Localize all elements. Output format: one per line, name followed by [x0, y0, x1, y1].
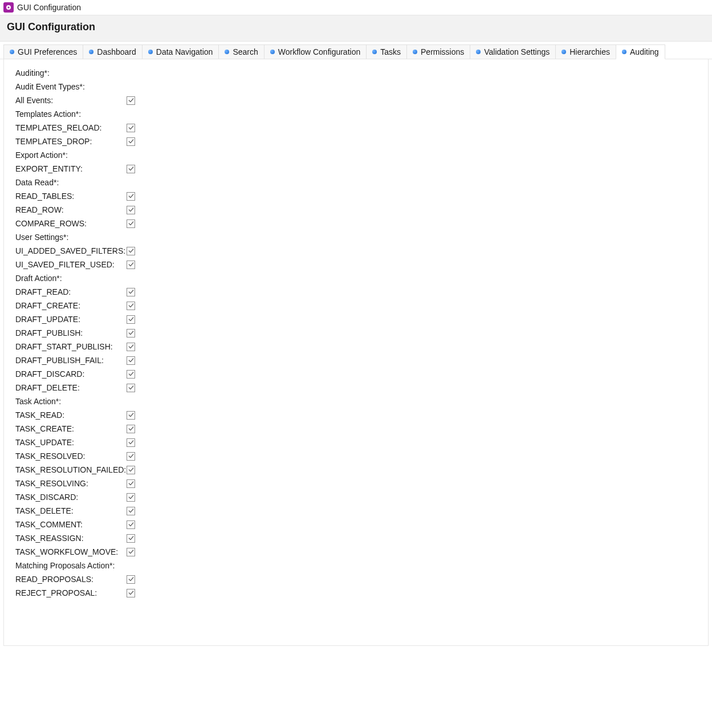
field-value	[127, 466, 135, 474]
field-label: DRAFT_UPDATE:	[15, 312, 127, 326]
form-row: DRAFT_DELETE:	[15, 381, 703, 394]
form-row: TASK_COMMENT:	[15, 518, 703, 531]
form-row: Audit Event Types*:	[15, 80, 703, 93]
checkbox-draft-publish[interactable]	[127, 329, 135, 337]
tab-label: Hierarchies	[569, 47, 610, 56]
field-value	[127, 534, 135, 543]
checkbox-draft-read[interactable]	[127, 288, 135, 296]
checkbox-read-row[interactable]	[127, 206, 135, 214]
checkbox-draft-create[interactable]	[127, 302, 135, 310]
form-row: DRAFT_DISCARD:	[15, 367, 703, 381]
checkbox-task-read[interactable]	[127, 411, 135, 420]
tab-validation-settings[interactable]: Validation Settings	[470, 44, 556, 59]
tab-label: Data Navigation	[156, 47, 213, 56]
checkbox-read-proposals[interactable]	[127, 575, 135, 584]
tab-label: Permissions	[421, 47, 464, 56]
tab-bullet-icon	[562, 50, 566, 54]
field-value	[127, 137, 135, 146]
field-label: All Events:	[15, 93, 127, 107]
field-value	[127, 206, 135, 214]
checkbox-read-tables[interactable]	[127, 192, 135, 201]
field-value	[127, 425, 135, 433]
form-row: TASK_WORKFLOW_MOVE:	[15, 545, 703, 559]
checkbox-templates-reload[interactable]	[127, 124, 135, 132]
tab-data-navigation[interactable]: Data Navigation	[142, 44, 219, 59]
tab-auditing[interactable]: Auditing	[616, 44, 665, 59]
field-value	[127, 165, 135, 173]
form-row: TEMPLATES_RELOAD:	[15, 121, 703, 135]
form-row: TASK_RESOLVED:	[15, 449, 703, 463]
tab-hierarchies[interactable]: Hierarchies	[555, 44, 616, 59]
form-row: READ_ROW:	[15, 203, 703, 217]
field-label: TEMPLATES_RELOAD:	[15, 121, 127, 135]
form-row: EXPORT_ENTITY:	[15, 162, 703, 176]
checkbox-export-entity[interactable]	[127, 165, 135, 173]
field-label: Export Action*:	[15, 148, 127, 162]
field-label: Draft Action*:	[15, 271, 127, 285]
field-value	[127, 302, 135, 310]
form-row: Draft Action*:	[15, 271, 703, 285]
field-value	[127, 411, 135, 420]
tab-search[interactable]: Search	[218, 44, 264, 59]
field-value	[127, 261, 135, 269]
checkbox-task-workflow-move[interactable]	[127, 548, 135, 556]
checkbox-reject-proposal[interactable]	[127, 589, 135, 597]
field-label: Data Read*:	[15, 176, 127, 189]
form-row: Matching Proposals Action*:	[15, 559, 703, 572]
field-label: EXPORT_ENTITY:	[15, 162, 127, 176]
form-row: TASK_READ:	[15, 408, 703, 422]
form-row: Templates Action*:	[15, 107, 703, 121]
field-label: TASK_CREATE:	[15, 422, 127, 436]
tabs-bar: GUI PreferencesDashboardData NavigationS…	[0, 42, 712, 59]
field-value	[127, 96, 135, 105]
form-row: DRAFT_START_PUBLISH:	[15, 340, 703, 353]
checkbox-templates-drop[interactable]	[127, 137, 135, 146]
form-row: DRAFT_UPDATE:	[15, 312, 703, 326]
field-label: UI_SAVED_FILTER_USED:	[15, 258, 127, 271]
field-label: TASK_DELETE:	[15, 504, 127, 518]
checkbox-draft-update[interactable]	[127, 315, 135, 324]
checkbox-ui-saved-filter-used[interactable]	[127, 261, 135, 269]
checkbox-draft-start-publish[interactable]	[127, 343, 135, 351]
field-value	[127, 548, 135, 556]
tab-dashboard[interactable]: Dashboard	[83, 44, 143, 59]
checkbox-draft-delete[interactable]	[127, 384, 135, 392]
checkbox-task-discard[interactable]	[127, 493, 135, 502]
form-row: TEMPLATES_DROP:	[15, 135, 703, 148]
tab-bullet-icon	[225, 50, 229, 54]
tab-tasks[interactable]: Tasks	[366, 44, 407, 59]
tab-label: Auditing	[630, 47, 659, 56]
checkbox-task-update[interactable]	[127, 438, 135, 447]
checkbox-task-resolution-failed[interactable]	[127, 466, 135, 474]
checkbox-task-delete[interactable]	[127, 507, 135, 515]
tab-label: Dashboard	[97, 47, 136, 56]
checkbox-draft-discard[interactable]	[127, 370, 135, 379]
checkbox-task-resolving[interactable]	[127, 479, 135, 488]
form-row: Export Action*:	[15, 148, 703, 162]
field-label: DRAFT_CREATE:	[15, 299, 127, 312]
tab-gui-preferences[interactable]: GUI Preferences	[3, 44, 83, 59]
field-label: COMPARE_ROWS:	[15, 217, 127, 230]
field-label: TEMPLATES_DROP:	[15, 135, 127, 148]
checkbox-compare-rows[interactable]	[127, 219, 135, 228]
checkbox-task-comment[interactable]	[127, 520, 135, 529]
tab-permissions[interactable]: Permissions	[406, 44, 470, 59]
tab-workflow-configuration[interactable]: Workflow Configuration	[264, 44, 367, 59]
checkbox-draft-publish-fail[interactable]	[127, 356, 135, 365]
field-label: REJECT_PROPOSAL:	[15, 586, 127, 600]
checkbox-task-resolved[interactable]	[127, 452, 135, 461]
field-label: Audit Event Types*:	[15, 80, 127, 93]
form-row: Auditing*:	[15, 66, 703, 80]
checkbox-task-create[interactable]	[127, 425, 135, 433]
field-label: User Settings*:	[15, 230, 127, 244]
tab-bullet-icon	[148, 50, 153, 54]
field-value	[127, 124, 135, 132]
checkbox-all-events[interactable]	[127, 96, 135, 105]
field-label: DRAFT_DELETE:	[15, 381, 127, 394]
field-value	[127, 452, 135, 461]
form-row: TASK_UPDATE:	[15, 436, 703, 449]
checkbox-ui-added-saved-filters[interactable]	[127, 247, 135, 255]
tab-bullet-icon	[476, 50, 481, 54]
field-value	[127, 520, 135, 529]
checkbox-task-reassign[interactable]	[127, 534, 135, 543]
